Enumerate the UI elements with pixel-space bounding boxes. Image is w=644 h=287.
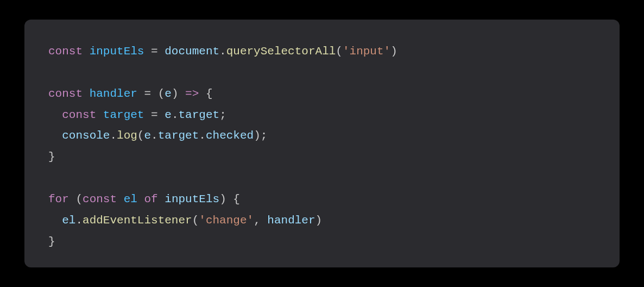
code-token: [48, 129, 62, 142]
code-token: e: [165, 88, 172, 100]
code-token: handler: [90, 88, 137, 100]
code-token: .: [75, 214, 83, 227]
code-token: ) {: [219, 193, 240, 205]
code-token: .: [199, 129, 206, 142]
code-token: e: [144, 129, 151, 142]
code-token: ): [172, 88, 185, 100]
code-token: const: [62, 109, 103, 121]
code-token: el: [62, 214, 75, 227]
code-token: e: [165, 109, 172, 121]
code-token: [48, 109, 62, 121]
code-token: }: [48, 151, 55, 163]
code-token: for: [48, 193, 75, 205]
code-token: );: [254, 129, 267, 142]
code-token: of: [144, 193, 165, 205]
code-token: const: [48, 88, 90, 100]
code-token: target: [103, 109, 144, 121]
code-token: el: [124, 193, 137, 205]
code-token: .: [219, 45, 226, 58]
code-token: =: [144, 109, 165, 121]
code-token: const: [48, 45, 90, 58]
code-token: =>: [185, 88, 199, 100]
code-token: log: [117, 129, 137, 142]
code-token: .: [110, 129, 117, 142]
code-token: }: [48, 235, 55, 248]
code-token: (: [336, 45, 343, 58]
code-token: ): [390, 45, 397, 58]
code-token: [48, 214, 62, 227]
code-token: .: [151, 129, 158, 142]
code-token: (: [192, 214, 199, 227]
code-token: const: [83, 193, 124, 205]
code-token: =: [144, 45, 165, 58]
code-token: 'change': [199, 214, 254, 227]
code-token: target: [158, 129, 199, 142]
code-token: ): [315, 214, 323, 227]
code-token: ;: [219, 109, 226, 121]
code-content: const inputEls = document.querySelectorA…: [48, 41, 596, 252]
code-block: const inputEls = document.querySelectorA…: [24, 20, 620, 267]
code-token: = (: [137, 88, 165, 100]
code-token: console: [62, 129, 110, 142]
code-token: inputEls: [90, 45, 144, 58]
code-token: ,: [254, 214, 267, 227]
code-token: document: [165, 45, 219, 58]
code-token: 'input': [343, 45, 390, 58]
code-token: [137, 193, 144, 205]
code-token: {: [199, 88, 212, 100]
code-token: addEventListener: [83, 214, 192, 227]
code-token: (: [137, 129, 144, 142]
code-token: (: [75, 193, 83, 205]
code-token: querySelectorAll: [226, 45, 336, 58]
code-token: inputEls: [165, 193, 219, 205]
code-token: handler: [267, 214, 315, 227]
code-token: target: [179, 109, 220, 121]
code-token: .: [172, 109, 179, 121]
code-token: checked: [206, 129, 254, 142]
